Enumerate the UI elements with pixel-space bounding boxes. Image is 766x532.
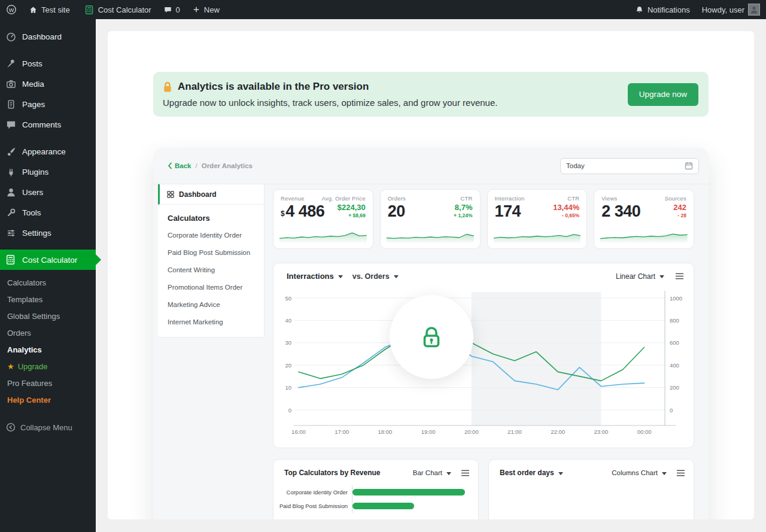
analytics-nav: Dashboard Calculators Corporate Identity… [158,184,265,338]
stat-value: 4 486 [285,203,324,220]
calculator-list-item[interactable]: Content Writing [158,262,264,279]
stat-left-label: Orders [388,195,406,202]
user-avatar-icon [749,5,759,14]
bar-track [352,485,478,499]
main-line-chart: 010203040500200400600800100016:0017:0018… [273,281,695,449]
stat-sparkline [600,228,688,244]
sidebar-item-users[interactable]: Users [0,182,96,202]
analytics-header: Back / Order Analytics Today [153,148,709,184]
sidebar-item-settings[interactable]: Settings [0,223,96,243]
dashboard-icon [5,31,17,42]
analytics-body: Dashboard Calculators Corporate Identity… [153,184,709,519]
stat-left-label: Views [601,195,617,202]
best-order-days-dropdown[interactable]: Best order days [500,469,563,477]
bar-chart-type-dropdown[interactable]: Bar Chart [413,469,451,476]
columns-chart-type-dropdown[interactable]: Columns Chart [612,469,667,476]
collapse-arrow-icon [6,422,16,432]
tools-icon [5,206,17,218]
stat-delta: - 28 [673,212,686,218]
sidebar-item-tools[interactable]: Tools [0,202,96,223]
calculator-list-item[interactable]: Paid Blog Post Submission [158,244,264,262]
sidebar-item-label: Tools [22,208,41,217]
submenu-item-templates[interactable]: Templates [0,291,96,308]
banner-title: Analytics is available in the Pro versio… [178,81,369,93]
nav-dashboard-tab[interactable]: Dashboard [158,184,264,205]
calculator-list-item[interactable]: Marketing Advice [158,296,264,314]
bar [352,503,414,509]
stat-right-label: CTR [460,195,472,202]
chart-type-dropdown[interactable]: Linear Chart [616,272,664,281]
series-b-dropdown[interactable]: vs. Orders [352,272,399,281]
sidebar-item-media[interactable]: Media [0,74,96,94]
new-label: New [204,5,220,14]
chart-menu-icon[interactable] [676,469,685,477]
date-filter[interactable]: Today [560,158,699,174]
sidebar-item-dashboard[interactable]: Dashboard [0,26,96,47]
home-icon [29,5,38,14]
series-a-label: Interractions [287,272,334,281]
sidebar-item-plugins[interactable]: Plugins [0,162,96,182]
breadcrumb-separator: / [196,162,197,169]
svg-text:400: 400 [670,362,679,369]
sidebar-item-posts[interactable]: Posts [0,53,96,74]
svg-text:20:00: 20:00 [464,428,479,435]
svg-text:50: 50 [285,295,291,302]
submenu-item-calculators[interactable]: Calculators [0,275,96,291]
sidebar-item-pages[interactable]: Pages [0,94,96,114]
submenu-item-pro-features[interactable]: Pro Features [0,375,96,392]
plus-icon [192,5,200,14]
series-a-dropdown[interactable]: Interractions [287,272,343,281]
date-filter-value: Today [566,162,585,169]
sidebar-item-appearance[interactable]: Appearance [0,141,96,162]
sidebar-item-label: Cost Calculator [22,256,77,265]
collapse-menu-button[interactable]: Collapse Menu [0,418,96,436]
stat-secondary-value: 242 [673,203,686,212]
main-panel: Analytics is available in the Pro versio… [108,31,754,519]
submenu-item-help-center[interactable]: Help Center [0,392,96,409]
sidebar-item-label: Plugins [22,168,48,177]
chart-menu-icon[interactable] [461,469,470,477]
back-link[interactable]: Back [168,162,192,169]
svg-text:23:00: 23:00 [594,428,609,435]
stat-left-label: Revenue [281,195,304,202]
chevron-left-icon [168,162,172,169]
cost-calculator-toolbar-link[interactable]: Cost Calculator [78,0,157,19]
chevron-down-icon [662,472,667,475]
comments-icon [5,118,17,130]
chart-type-label: Linear Chart [616,272,655,281]
chart-menu-icon[interactable] [675,272,684,280]
sidebar-item-cost-calculator[interactable]: Cost Calculator [0,250,96,270]
submenu-item-upgrade[interactable]: ★ Upgrade [0,358,96,375]
sidebar-item-label: Comments [22,120,61,129]
svg-text:18:00: 18:00 [378,428,393,435]
admin-sidebar: Dashboard Posts Media Pages Comments [0,19,96,532]
bar-row-label: Paid Blog Post Submission [273,503,352,509]
wordpress-logo[interactable]: W [0,0,23,19]
calculator-list-item[interactable]: Promotional Items Order [158,279,264,296]
calculator-list-item[interactable]: Internet Marketing [158,314,264,331]
comments-count: 0 [176,5,180,14]
calculator-list-item[interactable]: Corporate Identity Order [158,227,264,244]
submenu-item-global-settings[interactable]: Global Settings [0,308,96,325]
submenu-item-orders[interactable]: Orders [0,325,96,342]
upgrade-now-button[interactable]: Upgrade now [628,83,698,106]
new-content-link[interactable]: New [186,0,226,19]
stat-card-interraction: Interraction CTR 174 13,44% - 0,65% [487,189,588,249]
svg-text:20: 20 [285,362,291,369]
stat-sparkline [494,228,581,244]
notifications-link[interactable]: Notifications [629,0,696,19]
svg-text:16:00: 16:00 [291,428,306,435]
sidebar-item-comments[interactable]: Comments [0,114,96,135]
svg-text:30: 30 [285,339,291,346]
stat-right-label: Avg. Order Price [322,195,366,202]
svg-text:800: 800 [670,317,679,324]
site-name-link[interactable]: Test site [23,0,76,19]
my-account-link[interactable]: Howdy, user [696,0,766,19]
appearance-icon [5,145,17,157]
wordpress-icon: W [6,4,17,15]
submenu-item-analytics[interactable]: Analytics [0,342,96,358]
stat-card-revenue: Revenue Avg. Order Price $4 486 $224,30 … [273,189,373,249]
stat-delta: + $8,69 [338,212,366,218]
main-chart-card: Interractions vs. Orders Linear Chart [273,263,694,448]
comments-toolbar-link[interactable]: 0 [157,0,186,19]
